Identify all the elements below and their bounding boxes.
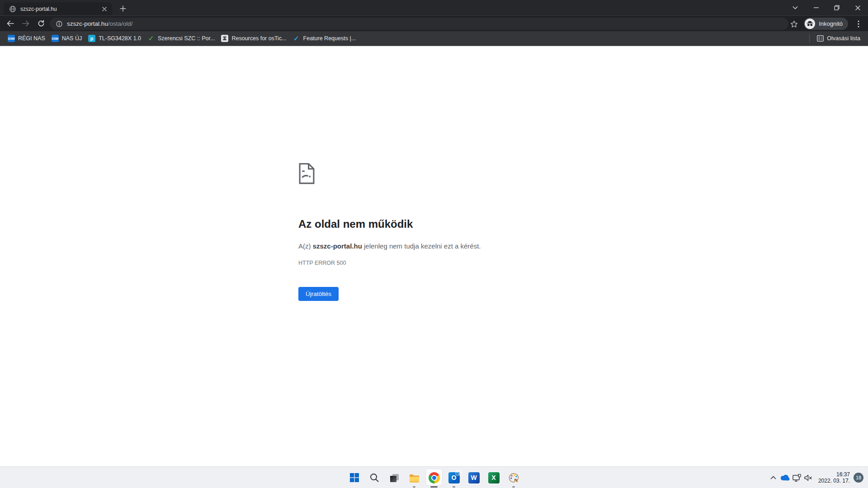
browser-toolbar: szszc-portal.hu/osta/old/ Inkognitó: [0, 15, 868, 31]
error-title: Az oldal nem működik: [298, 218, 615, 230]
bookmark-nas-uj[interactable]: DSM NAS ÚJ: [48, 33, 85, 44]
url-path: /osta/old/: [108, 20, 133, 27]
volume-muted-icon[interactable]: [803, 472, 815, 483]
taskbar-center: O W X: [344, 467, 524, 488]
reload-icon: [38, 20, 45, 27]
bookmark-label: Feature Requests |...: [303, 35, 356, 42]
error-domain: szszc-portal.hu: [313, 242, 362, 250]
system-tray: 16:37 2022. 03. 17. 18: [768, 467, 868, 488]
reading-list-button[interactable]: Olvasási lista: [813, 33, 863, 44]
blue-check-icon: ✓: [293, 35, 300, 42]
window-controls: [785, 0, 868, 15]
file-explorer-icon: [408, 472, 420, 483]
bookmark-osticket-resources[interactable]: Resources for osTic...: [218, 33, 289, 44]
reload-button[interactable]: [33, 17, 49, 30]
minimize-icon[interactable]: [806, 0, 826, 15]
word-button[interactable]: W: [464, 467, 484, 488]
excel-icon: X: [488, 472, 500, 483]
task-view-icon: [388, 472, 400, 483]
chevron-down-icon[interactable]: [785, 0, 806, 15]
search-icon: [369, 473, 379, 483]
windows-start-icon: [349, 473, 359, 483]
task-view-button[interactable]: [384, 467, 404, 488]
forward-button[interactable]: [18, 17, 33, 30]
green-check-icon: ✓: [147, 35, 155, 42]
bookmark-label: RÉGI NAS: [18, 35, 45, 42]
osticket-icon: [221, 35, 228, 42]
bookmark-feature-requests[interactable]: ✓ Feature Requests |...: [290, 33, 359, 44]
word-icon: W: [468, 472, 480, 483]
bookmark-star-icon[interactable]: [788, 19, 799, 29]
kebab-menu-icon[interactable]: [853, 18, 864, 30]
url-domain: szszc-portal.hu: [67, 20, 108, 27]
bookmark-label: TL-SG3428X 1.0: [99, 35, 141, 42]
bookmark-tl-sg3428x[interactable]: p TL-SG3428X 1.0: [85, 33, 144, 44]
bookmark-label: Resources for osTic...: [231, 35, 286, 42]
outlook-button[interactable]: O: [444, 467, 464, 488]
reload-page-button[interactable]: Újratöltés: [298, 287, 339, 301]
bookmarks-divider: [809, 34, 810, 42]
bookmark-label: Szerencsi SZC :: Por...: [158, 35, 215, 42]
incognito-label: Inkognitó: [819, 20, 843, 27]
page-content: Az oldal nem működik A(z) szszc-portal.h…: [0, 46, 868, 466]
globe-icon: [9, 5, 16, 13]
search-button[interactable]: [364, 467, 384, 488]
dsm-icon: DSM: [8, 35, 15, 42]
reading-list-label: Olvasási lista: [827, 35, 860, 42]
chevron-up-icon[interactable]: [768, 472, 779, 483]
windows-taskbar: O W X: [0, 466, 868, 488]
address-bar[interactable]: szszc-portal.hu/osta/old/: [50, 18, 788, 30]
start-button[interactable]: [344, 467, 364, 488]
incognito-badge: Inkognitó: [804, 18, 848, 30]
arrow-right-icon: [22, 20, 29, 27]
onedrive-cloud-icon[interactable]: [779, 472, 791, 483]
chrome-icon: [428, 472, 440, 483]
restore-icon[interactable]: [826, 0, 847, 15]
browser-tab[interactable]: szszc-portal.hu: [4, 2, 112, 15]
info-icon[interactable]: [54, 19, 64, 29]
new-tab-button[interactable]: [117, 2, 129, 15]
tplink-icon: p: [88, 35, 95, 42]
clock[interactable]: 16:37 2022. 03. 17.: [818, 471, 850, 484]
error-code: HTTP ERROR 500: [298, 260, 615, 266]
tray-time: 16:37: [836, 471, 850, 478]
bookmark-szerencsi-szc[interactable]: ✓ Szerencsi SZC :: Por...: [144, 33, 218, 44]
notification-count-badge[interactable]: 18: [854, 473, 863, 483]
incognito-icon: [805, 19, 815, 29]
tab-close-icon[interactable]: [100, 5, 108, 13]
error-panel: Az oldal nem működik A(z) szszc-portal.h…: [298, 163, 615, 301]
outlook-icon: O: [448, 472, 460, 483]
back-button[interactable]: [3, 17, 18, 30]
reading-list-icon: [816, 35, 824, 42]
bookmark-regi-nas[interactable]: DSM RÉGI NAS: [5, 33, 48, 44]
arrow-left-icon: [7, 20, 14, 27]
url-text: szszc-portal.hu/osta/old/: [67, 20, 133, 27]
tab-strip: szszc-portal.hu: [0, 0, 868, 15]
network-icon[interactable]: [791, 472, 803, 483]
paint-icon: [508, 472, 519, 483]
chrome-button[interactable]: [424, 467, 444, 488]
error-message: A(z) szszc-portal.hu jelenleg nem tudja …: [298, 242, 615, 250]
dsm-icon: DSM: [52, 35, 59, 42]
bookmark-label: NAS ÚJ: [62, 35, 82, 42]
excel-button[interactable]: X: [484, 467, 504, 488]
file-explorer-button[interactable]: [404, 467, 424, 488]
close-icon[interactable]: [847, 0, 868, 15]
tray-date: 2022. 03. 17.: [818, 478, 850, 484]
sad-page-icon: [298, 163, 315, 184]
paint-button[interactable]: [504, 467, 524, 488]
bookmarks-bar: DSM RÉGI NAS DSM NAS ÚJ p TL-SG3428X 1.0…: [0, 31, 868, 46]
tab-title: szszc-portal.hu: [20, 6, 100, 12]
